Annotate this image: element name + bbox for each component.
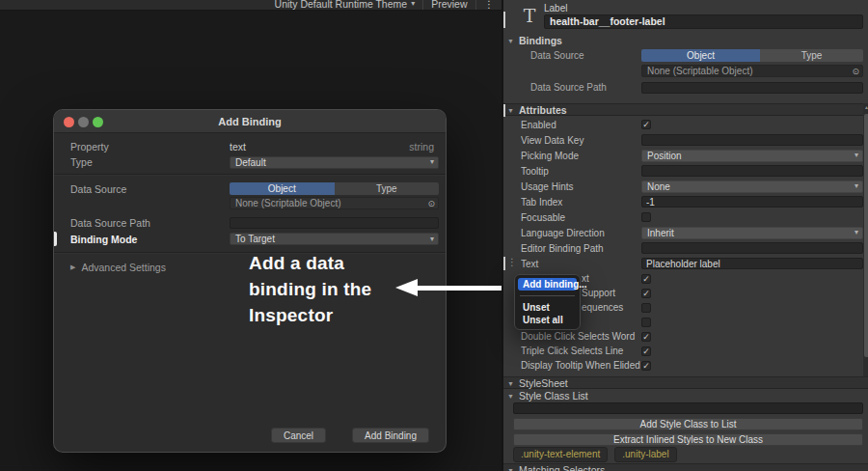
tab-type[interactable]: Type [760,49,863,62]
attr-row-display-tooltip: Display Tooltip When Elided [503,358,864,373]
binding-mode-dropdown[interactable]: To Target ▾ [230,233,439,245]
data-source-label: Data Source [70,183,230,195]
theme-dropdown[interactable]: Unity Default Runtime Theme ▾ [267,0,423,10]
attributes-header-bar[interactable]: ▼ Attributes [503,103,868,116]
language-direction-dropdown[interactable]: Inherit ▾ [641,227,863,239]
bindings-header[interactable]: Bindings [519,35,562,46]
checkbox[interactable] [641,303,651,313]
usage-hints-dropdown[interactable]: None ▾ [641,180,863,193]
object-picker-icon[interactable]: ⊙ [427,199,435,208]
minimize-button[interactable] [78,117,89,127]
text-input[interactable] [641,196,863,208]
style-class-pills: .unity-text-element .unity-label [513,447,677,462]
checkbox[interactable] [641,318,651,327]
attr-row-text: ⋮ Text [503,256,864,271]
type-row: Type Default ▾ [54,154,446,170]
attr-row-editor-binding-path: Editor Binding Path [503,240,864,256]
divider [54,174,446,175]
text-input[interactable] [641,134,863,146]
data-source-path-row: Data Source Path [54,215,446,230]
label-type-icon: T [518,3,541,29]
checkbox[interactable] [641,346,651,356]
foldout-open-icon[interactable]: ▼ [507,393,514,400]
tab-type[interactable]: Type [335,182,440,195]
data-source-toggle: Object Type [641,49,863,62]
context-menu: Add binding... Unset Unset all [514,274,581,330]
class-pill[interactable]: .unity-text-element [513,447,608,462]
checkbox[interactable] [641,332,651,342]
foldout-open-icon[interactable]: ▼ [507,38,514,44]
foldout-open-icon[interactable]: ▼ [507,380,514,387]
chevron-down-icon: ▾ [430,236,434,243]
element-type: Label [544,3,567,14]
chevron-down-icon: ▾ [854,182,858,190]
foldout-open-icon[interactable]: ▼ [507,467,514,471]
property-value: text [230,141,246,152]
cancel-button[interactable]: Cancel [271,428,326,443]
scroll-up-arrow-icon[interactable]: ▲ [863,103,868,111]
menu-item-unset-all[interactable]: Unset all [518,314,577,326]
chevron-down-icon: ▾ [411,0,415,8]
attr-row-view-data-key: View Data Key [503,132,864,148]
text-input[interactable] [641,258,863,269]
data-source-path-input[interactable] [230,217,439,229]
attr-row-picking-mode: Picking Mode Position ▾ [503,148,864,163]
object-field[interactable]: None (Scriptable Object) ⊙ [641,65,863,77]
bindings-data-source-path-row: Data Source Path [503,80,864,95]
viewport-pane: Unity Default Runtime Theme ▾ Preview ⋮ … [0,0,502,471]
foldout-open-icon[interactable]: ▼ [507,107,514,114]
tab-object[interactable]: Object [230,182,335,195]
property-row: Property text string [54,139,446,154]
checkbox[interactable] [641,212,651,222]
checkbox[interactable] [641,120,651,129]
object-picker-icon[interactable]: ⊙ [852,67,859,76]
dialog-titlebar[interactable]: Add Binding [54,110,446,133]
attr-row-triple-click: Triple Click Selects Line [503,344,864,358]
checkbox[interactable] [641,274,651,284]
property-label: Property [70,141,230,152]
attributes-header: Attributes [519,104,567,117]
extract-inlined-styles-button[interactable]: Extract Inlined Styles to New Class [513,433,863,446]
data-source-toggle: Object Type [230,182,439,195]
style-class-input[interactable] [513,402,863,414]
element-name-field[interactable]: health-bar__footer-label [544,14,863,29]
checkbox[interactable] [641,361,651,371]
type-dropdown[interactable]: Default ▾ [230,156,439,169]
attr-row-enabled: Enabled [503,117,864,132]
matching-selectors-header-bar[interactable]: ▼ Matching Selectors [503,463,868,471]
chevron-down-icon: ▾ [854,229,858,236]
attr-row-language-direction: Language Direction Inherit ▾ [503,225,864,240]
text-input[interactable] [641,242,863,254]
binding-mode-row: Binding Mode To Target ▾ [54,232,446,246]
class-pill[interactable]: .unity-label [614,447,676,462]
object-field[interactable]: None (Scriptable Object) ⊙ [230,197,439,209]
kebab-menu-icon[interactable]: ⋮ [476,0,502,10]
tab-object[interactable]: Object [641,49,760,62]
style-class-list-header[interactable]: Style Class List [519,390,588,402]
menu-item-add-binding[interactable]: Add binding... [518,278,577,291]
inspector-panel: T Label health-bar__footer-label ▼ Bindi… [502,0,868,471]
data-source-path-input[interactable] [641,82,863,94]
text-input[interactable] [641,165,863,177]
chevron-down-icon: ▾ [430,158,434,166]
annotation-arrow-head [395,279,418,296]
add-style-class-button[interactable]: Add Style Class to List [513,418,863,430]
scrollbar-thumb[interactable] [864,114,868,357]
picking-mode-dropdown[interactable]: Position ▾ [641,150,863,162]
type-label: Type [70,156,230,168]
preview-toggle[interactable]: Preview [423,0,475,10]
object-field-row: None (Scriptable Object) ⊙ [54,196,446,210]
add-binding-button[interactable]: Add Binding [352,428,429,443]
close-button[interactable] [64,117,74,127]
drag-handle-icon[interactable]: ⋮ [507,257,516,267]
attr-row-usage-hints: Usage Hints None ▾ [503,179,864,194]
attr-row-focusable: Focusable [503,209,864,225]
stylesheet-header-bar[interactable]: ▼ StyleSheet [503,376,868,389]
theme-dropdown-label: Unity Default Runtime Theme [275,0,408,10]
bindings-object-field-row: None (Scriptable Object) ⊙ [503,64,864,78]
data-source-row: Data Source Object Type [54,181,446,196]
dialog-title: Add Binding [54,116,446,127]
checkbox[interactable] [641,289,651,298]
menu-item-unset[interactable]: Unset [518,301,577,314]
zoom-button[interactable] [93,117,103,127]
